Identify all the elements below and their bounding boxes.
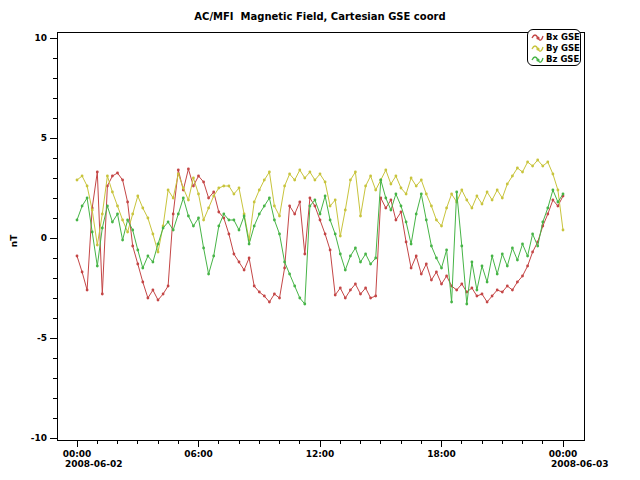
x-axis-date-label: 2008-06-03 [551, 459, 609, 469]
x-tick-label: 06:00 [184, 449, 213, 459]
x-tick-label: 18:00 [427, 449, 456, 459]
series-by [76, 159, 565, 254]
x-tick-label: 00:00 [549, 449, 578, 459]
legend-item-bx: Bx GSE [528, 31, 580, 42]
legend-marker-squiggle-icon [531, 54, 544, 64]
y-tick-label: -5 [37, 333, 47, 343]
plot-title: AC/MFI Magnetic Field, Cartesian GSE coo… [0, 11, 640, 22]
legend-item-label: Bx GSE [546, 32, 580, 42]
y-tick-label: 10 [34, 33, 47, 43]
legend-marker-squiggle-icon [531, 43, 544, 53]
x-tick-label: 12:00 [306, 449, 335, 459]
plot-canvas: 1050-5-1000:002008-06-0206:0012:0018:000… [0, 0, 640, 480]
plot-frame [57, 32, 584, 440]
legend-item-bz: Bz GSE [528, 53, 580, 64]
series-bx [76, 168, 565, 304]
y-axis-label: nT [9, 234, 19, 247]
x-axis-date-label: 2008-06-02 [65, 459, 123, 469]
legend-item-label: Bz GSE [546, 54, 579, 64]
y-tick-label: -10 [31, 433, 47, 443]
axes [50, 38, 563, 447]
legend: Bx GSE By GSE Bz GSE [527, 29, 581, 66]
plot-window: AC/MFI Magnetic Field, Cartesian GSE coo… [0, 0, 640, 480]
legend-item-by: By GSE [528, 42, 580, 53]
legend-item-label: By GSE [546, 43, 580, 53]
y-tick-label: 5 [41, 133, 47, 143]
legend-marker-squiggle-icon [531, 32, 544, 42]
y-tick-label: 0 [41, 233, 47, 243]
x-tick-label: 00:00 [63, 449, 92, 459]
